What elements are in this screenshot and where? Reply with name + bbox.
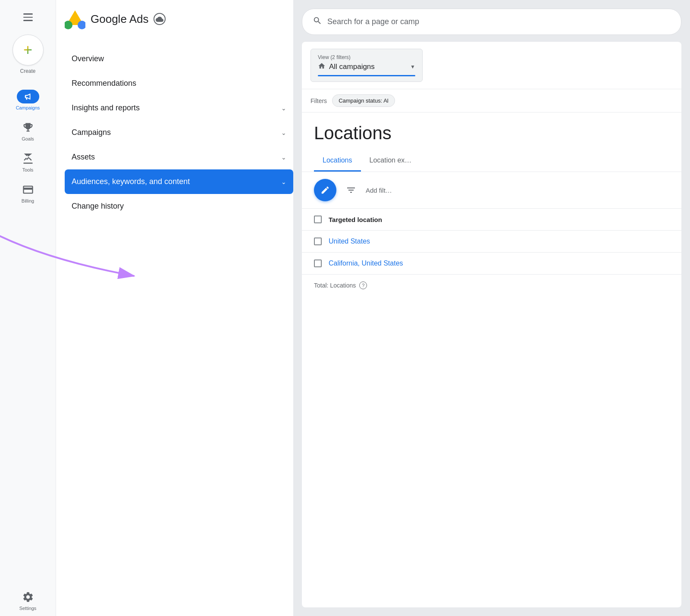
row2-checkbox[interactable] [314,260,322,267]
nav-item-change-history[interactable]: Change history [65,194,293,219]
total-label: Total: Locations [314,282,356,289]
settings-icon [21,590,35,604]
table-section: Targeted location United States Californ… [302,209,681,607]
sidebar-item-billing[interactable]: Billing [0,178,56,209]
table-row: United States [302,231,681,253]
sidebar-item-settings[interactable]: Settings [0,585,56,616]
home-icon [318,62,326,72]
app-title: Google Ads [91,13,148,26]
campaign-status-label: Campaign status: Al [339,97,389,104]
nav-item-recommendations[interactable]: Recommendations [65,71,293,96]
campaign-selector[interactable]: View (2 filters) All campaigns ▼ [310,49,423,82]
goals-nav-label: Goals [22,136,34,141]
search-icon [313,16,322,28]
pencil-icon [320,185,330,195]
california-link[interactable]: California, United States [329,260,403,267]
campaigns-icon-bg [17,90,39,103]
billing-icon [21,183,35,197]
left-panel: Create Campaigns Goals [0,0,293,616]
table-header-row: Targeted location [302,209,681,231]
tab-locations[interactable]: Locations [314,150,361,172]
nav-item-overview[interactable]: Overview [65,47,293,71]
campaign-dropdown-arrow: ▼ [410,64,415,70]
sidebar-item-tools[interactable]: Tools [0,147,56,178]
billing-nav-label: Billing [22,198,34,203]
view-filter-label: View (2 filters) [318,54,415,60]
right-panel: Search for a page or camp View (2 filter… [293,0,690,616]
tools-icon [21,152,35,166]
campaigns-nav-label: Campaigns [16,105,40,110]
total-row: Total: Locations ? [302,275,681,296]
create-plus-icon [20,42,36,58]
targeted-location-header: Targeted location [329,216,382,223]
campaign-row: All campaigns ▼ [318,62,415,72]
cloud-icon[interactable] [154,13,166,25]
campaign-status-chip[interactable]: Campaign status: Al [332,94,395,107]
select-all-checkbox[interactable] [314,216,322,223]
recommendations-label: Recommendations [72,79,136,88]
view-filter-bar: View (2 filters) All campaigns ▼ [302,42,681,89]
tab-locations-label: Locations [323,156,352,164]
create-button[interactable] [13,34,44,66]
edit-button[interactable] [314,179,336,201]
campaigns-menu-label: Campaigns [72,128,111,137]
actions-row: Add filt… [302,172,681,209]
sidebar-item-campaigns[interactable]: Campaigns [0,84,56,116]
insights-label: Insights and reports [72,103,140,113]
add-filter-label: Add filt… [366,187,392,194]
audiences-label: Audiences, keywords, and content [72,177,190,186]
search-placeholder: Search for a page or camp [327,17,419,26]
filter-button[interactable] [343,182,359,198]
tabs-row: Locations Location ex… [302,150,681,172]
google-ads-logo [65,9,85,29]
goals-icon [21,121,35,134]
locations-title: Locations [302,113,681,150]
tools-nav-label: Tools [22,167,34,172]
funnel-icon [346,185,356,195]
tab-location-ex-label: Location ex… [370,156,412,164]
icon-sidebar: Create Campaigns Goals [0,0,56,616]
main-nav: Google Ads Overview Recommendations Insi… [56,0,293,616]
campaign-name-label: All campaigns [329,63,375,71]
insights-chevron: ⌄ [281,105,286,112]
help-icon[interactable]: ? [359,281,367,289]
google-ads-header: Google Ads [65,9,293,29]
active-indicator [318,75,415,76]
assets-chevron: ⌄ [281,154,286,161]
table-row: California, United States [302,253,681,275]
change-history-label: Change history [72,202,124,211]
tab-location-exclusions[interactable]: Location ex… [361,150,420,172]
row1-checkbox[interactable] [314,238,322,245]
nav-item-insights[interactable]: Insights and reports ⌄ [65,96,293,120]
hamburger-button[interactable] [19,9,37,26]
audiences-chevron: ⌄ [281,178,286,185]
filter-bar: Filters Campaign status: Al [302,89,681,113]
filters-label: Filters [310,97,327,104]
assets-label: Assets [72,153,95,162]
nav-item-assets[interactable]: Assets ⌄ [65,145,293,169]
trophy-icon [22,122,34,134]
nav-item-audiences[interactable]: Audiences, keywords, and content ⌄ [65,169,293,194]
united-states-link[interactable]: United States [329,238,370,245]
settings-nav-label: Settings [19,606,37,611]
overview-label: Overview [72,54,104,63]
campaigns-icon [23,92,33,101]
content-area: View (2 filters) All campaigns ▼ Filters… [302,42,681,607]
sidebar-item-goals[interactable]: Goals [0,116,56,147]
create-label: Create [20,68,35,74]
search-bar[interactable]: Search for a page or camp [302,9,681,35]
campaigns-chevron: ⌄ [281,129,286,136]
nav-item-campaigns[interactable]: Campaigns ⌄ [65,120,293,145]
